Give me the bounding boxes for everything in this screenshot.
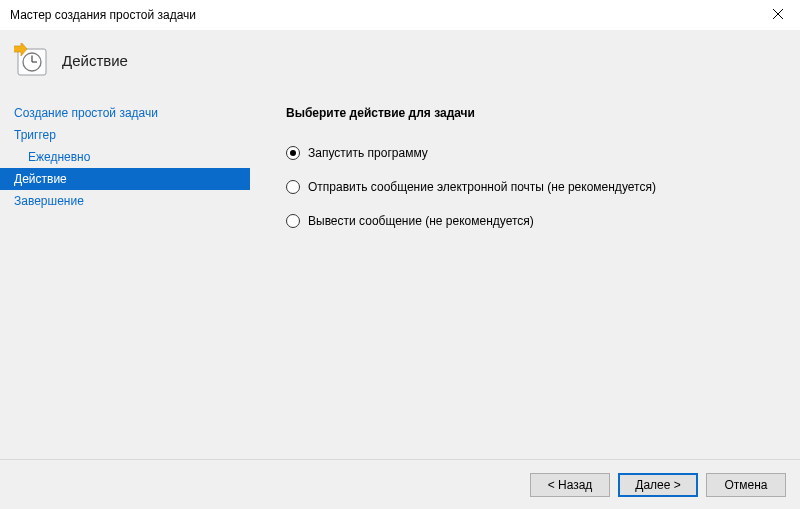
sidebar-step-label: Создание простой задачи (14, 106, 158, 120)
wizard-footer: < Назад Далее > Отмена (0, 459, 800, 509)
radio-icon (286, 214, 300, 228)
titlebar: Мастер создания простой задачи (0, 0, 800, 30)
cancel-button[interactable]: Отмена (706, 473, 786, 497)
next-button[interactable]: Далее > (618, 473, 698, 497)
sidebar-step-label: Триггер (14, 128, 56, 142)
window-title: Мастер создания простой задачи (10, 8, 790, 22)
action-option-label: Вывести сообщение (не рекомендуется) (308, 214, 534, 228)
main-panel: Выберите действие для задачи Запустить п… (250, 90, 800, 459)
action-option[interactable]: Вывести сообщение (не рекомендуется) (286, 214, 780, 228)
sidebar-step-label: Ежедневно (28, 150, 90, 164)
radio-icon (286, 180, 300, 194)
page-title: Действие (62, 52, 128, 69)
sidebar-step-label: Завершение (14, 194, 84, 208)
action-option-label: Запустить программу (308, 146, 428, 160)
sidebar-step[interactable]: Триггер (0, 124, 250, 146)
radio-icon (286, 146, 300, 160)
close-icon (773, 9, 783, 19)
sidebar-step[interactable]: Создание простой задачи (0, 102, 250, 124)
back-button[interactable]: < Назад (530, 473, 610, 497)
sidebar-step[interactable]: Завершение (0, 190, 250, 212)
sidebar-step[interactable]: Действие (0, 168, 250, 190)
action-option[interactable]: Запустить программу (286, 146, 780, 160)
action-option-label: Отправить сообщение электронной почты (н… (308, 180, 656, 194)
action-option[interactable]: Отправить сообщение электронной почты (н… (286, 180, 780, 194)
sidebar-step-label: Действие (14, 172, 67, 186)
close-button[interactable] (755, 0, 800, 28)
main-heading: Выберите действие для задачи (286, 106, 780, 120)
wizard-content: Создание простой задачиТриггерЕжедневноД… (0, 90, 800, 459)
sidebar-step[interactable]: Ежедневно (0, 146, 250, 168)
steps-sidebar: Создание простой задачиТриггерЕжедневноД… (0, 90, 250, 459)
wizard-header: Действие (0, 30, 800, 90)
clock-new-icon (14, 43, 48, 77)
